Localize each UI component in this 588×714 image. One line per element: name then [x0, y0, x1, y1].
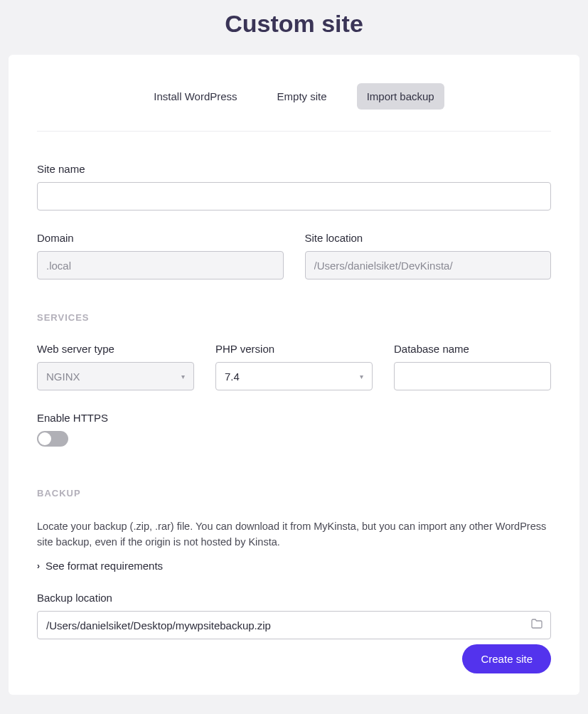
- db-name-input[interactable]: [394, 362, 551, 390]
- php-version-value: 7.4: [225, 371, 240, 383]
- tabs-container: Install WordPress Empty site Import back…: [37, 83, 551, 132]
- create-site-button[interactable]: Create site: [462, 644, 551, 673]
- enable-https-label: Enable HTTPS: [37, 412, 551, 424]
- site-name-label: Site name: [37, 163, 551, 175]
- site-location-input[interactable]: [305, 251, 552, 279]
- backup-heading: BACKUP: [37, 488, 551, 499]
- services-heading: SERVICES: [37, 312, 551, 323]
- site-name-input[interactable]: [37, 182, 551, 211]
- php-version-label: PHP version: [215, 343, 373, 355]
- tab-install-wordpress[interactable]: Install WordPress: [144, 83, 247, 110]
- page-title: Custom site: [0, 0, 588, 55]
- form-card: Install WordPress Empty site Import back…: [9, 55, 579, 695]
- php-version-select[interactable]: 7.4 ▾: [215, 362, 373, 390]
- backup-location-label: Backup location: [37, 592, 551, 604]
- chevron-right-icon: ›: [37, 561, 40, 571]
- domain-input[interactable]: [37, 251, 284, 279]
- web-server-value: NGINX: [46, 371, 80, 383]
- db-name-label: Database name: [394, 343, 551, 355]
- site-location-label: Site location: [305, 232, 552, 244]
- see-format-requirements-label: See format requirements: [46, 560, 163, 572]
- backup-location-input[interactable]: [37, 611, 551, 639]
- chevron-down-icon: ▾: [181, 373, 185, 380]
- tab-import-backup[interactable]: Import backup: [357, 83, 444, 110]
- chevron-down-icon: ▾: [360, 373, 363, 380]
- see-format-requirements-link[interactable]: › See format requirements: [37, 560, 163, 572]
- web-server-select[interactable]: NGINX ▾: [37, 362, 194, 390]
- backup-description: Locate your backup (.zip, .rar) file. Yo…: [37, 518, 551, 550]
- web-server-label: Web server type: [37, 343, 194, 355]
- domain-label: Domain: [37, 232, 284, 244]
- tab-empty-site[interactable]: Empty site: [267, 83, 337, 110]
- enable-https-toggle[interactable]: [37, 431, 68, 447]
